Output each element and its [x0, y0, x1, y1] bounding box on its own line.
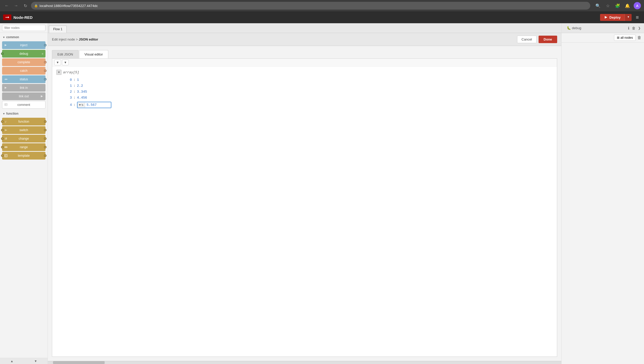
- browser-profile-avatar[interactable]: A: [634, 2, 641, 9]
- template-icon: [4, 154, 8, 157]
- breadcrumb-current: JSON editor: [79, 37, 98, 41]
- ve-value-input-4[interactable]: [85, 102, 111, 108]
- debug-filter-button[interactable]: ⊞ all nodes: [614, 35, 636, 41]
- ve-type-select-4[interactable]: ▼ %: [78, 103, 85, 107]
- flow-area: Flow 1 timestamp Edit inject node > JSON…: [48, 23, 561, 364]
- palette-node-change[interactable]: change: [2, 135, 45, 143]
- debug-toolbar: ⊞ all nodes 🗑: [562, 33, 644, 43]
- right-panel-header: 🐛 debug ℹ 🗑 ❯: [562, 23, 644, 33]
- palette-node-function[interactable]: ƒ function: [2, 118, 45, 125]
- done-button[interactable]: Done: [539, 36, 557, 43]
- link-out-node-label: link out: [5, 94, 43, 98]
- switch-icon: [4, 128, 8, 132]
- logo-icon: [3, 14, 11, 20]
- palette-node-switch[interactable]: switch: [2, 126, 45, 134]
- flow-canvas[interactable]: timestamp Edit inject node > JSON editor…: [48, 33, 561, 361]
- palette-node-complete[interactable]: complete: [2, 58, 45, 66]
- ve-input-wrapper-4: ▼ %: [77, 102, 111, 108]
- modal-breadcrumb: Edit inject node > JSON editor: [52, 37, 98, 41]
- palette-scroll-down-button[interactable]: ▼: [24, 358, 48, 364]
- modal-actions: Cancel Done: [517, 36, 557, 43]
- browser-forward-button[interactable]: →: [12, 2, 20, 9]
- debug-content: [562, 43, 644, 364]
- address-bar[interactable]: 🔒 localhost:1880/#flow/73554227.4474dc: [31, 2, 590, 10]
- debug-left-port: [1, 52, 4, 55]
- palette-section-common[interactable]: ▼ common: [0, 34, 48, 41]
- right-panel: 🐛 debug ℹ 🗑 ❯ ⊞ all nodes 🗑: [561, 23, 644, 364]
- deploy-arrow-button[interactable]: ▼: [625, 14, 632, 21]
- debug-tab-label: debug: [572, 26, 581, 30]
- visual-editor-content: ▼ array[5] 0 : 1: [52, 67, 557, 357]
- modal-header: Edit inject node > JSON editor Cancel Do…: [48, 33, 561, 46]
- svg-marker-5: [5, 87, 7, 89]
- status-icon: [4, 78, 8, 80]
- tab-edit-json[interactable]: Edit JSON: [52, 50, 79, 58]
- debug-panel-tab[interactable]: 🐛 debug: [564, 25, 584, 31]
- link-in-icon: [4, 86, 7, 89]
- browser-back-button[interactable]: ←: [3, 2, 10, 9]
- status-right-port: [44, 78, 47, 81]
- svg-rect-7: [5, 104, 7, 106]
- debug-trash-button[interactable]: 🗑: [631, 25, 636, 31]
- palette-node-range[interactable]: range: [2, 143, 45, 151]
- palette-node-status[interactable]: status: [2, 75, 45, 83]
- browser-star-button[interactable]: ☆: [604, 2, 611, 9]
- browser-right-icons: 🔍 ☆ 🧩 🔔 A: [594, 2, 641, 9]
- canvas-scrollbar-thumb: [53, 361, 105, 364]
- switch-node-label: switch: [5, 128, 43, 132]
- palette-node-link-out[interactable]: link out: [2, 92, 45, 100]
- complete-right-port: [44, 61, 47, 64]
- palette-section-function[interactable]: ▼ function: [0, 110, 48, 117]
- complete-node-label: complete: [5, 60, 43, 64]
- deploy-wrapper: Deploy ▼: [600, 14, 632, 21]
- palette-node-link-in[interactable]: link in: [2, 84, 45, 92]
- function-node-label: function: [5, 120, 43, 123]
- function-right-port: [44, 120, 47, 123]
- flow-tab-1[interactable]: Flow 1: [49, 26, 67, 33]
- tab-visual-editor[interactable]: Visual editor: [79, 50, 108, 58]
- svg-marker-6: [41, 95, 43, 97]
- palette-node-comment[interactable]: comment: [2, 101, 45, 109]
- ve-index-3: 3: [67, 96, 72, 100]
- node-palette: ▼ common inject debug ≡ complete: [0, 23, 48, 364]
- right-panel-chevron-button[interactable]: ❯: [637, 25, 641, 31]
- common-section-label: common: [6, 35, 19, 39]
- palette-node-debug[interactable]: debug ≡: [2, 50, 45, 58]
- deploy-main-button[interactable]: Deploy: [600, 14, 625, 21]
- function-section-chevron: ▼: [3, 112, 5, 115]
- array-collapse-button[interactable]: ▼: [56, 70, 62, 75]
- debug-list-icon: ≡: [42, 52, 43, 55]
- ve-value-2: 3.345: [77, 90, 87, 94]
- add-item-button[interactable]: ▼: [62, 60, 69, 65]
- ve-colon-4: :: [73, 103, 75, 107]
- browser-search-button[interactable]: 🔍: [594, 2, 602, 9]
- array-label: array[5]: [63, 70, 79, 74]
- breadcrumb-prefix: Edit inject node >: [52, 37, 79, 41]
- cancel-button[interactable]: Cancel: [517, 36, 536, 43]
- inject-node-label: inject: [5, 43, 43, 47]
- ve-row-2: 2 : 3.345: [56, 89, 553, 95]
- browser-extension-button[interactable]: 🧩: [614, 2, 621, 9]
- collapse-button[interactable]: ▼: [54, 60, 61, 65]
- palette-scroll-up-button[interactable]: ▲: [0, 358, 24, 364]
- palette-search-area: [0, 23, 48, 33]
- svg-point-12: [6, 147, 6, 148]
- ve-value-1: 2.2: [77, 84, 83, 88]
- canvas-scrollbar[interactable]: [48, 361, 561, 364]
- filter-icon: ⊞: [617, 36, 619, 39]
- palette-node-template[interactable]: template: [2, 152, 45, 160]
- function-section-label: function: [6, 112, 18, 115]
- template-right-port: [44, 154, 47, 157]
- debug-delete-button[interactable]: 🗑: [637, 35, 641, 40]
- template-left-port: [1, 154, 4, 157]
- browser-bell-button[interactable]: 🔔: [624, 2, 631, 9]
- hamburger-menu-button[interactable]: ≡: [634, 13, 641, 21]
- palette-node-inject[interactable]: inject: [2, 41, 45, 49]
- ve-colon-1: :: [73, 84, 75, 88]
- palette-node-catch[interactable]: catch: [2, 67, 45, 75]
- palette-search-input[interactable]: [2, 25, 45, 31]
- debug-info-button[interactable]: ℹ: [627, 25, 630, 31]
- main-content: ▼ common inject debug ≡ complete: [0, 23, 644, 364]
- inject-icon: [4, 44, 7, 47]
- browser-reload-button[interactable]: ↻: [22, 2, 29, 9]
